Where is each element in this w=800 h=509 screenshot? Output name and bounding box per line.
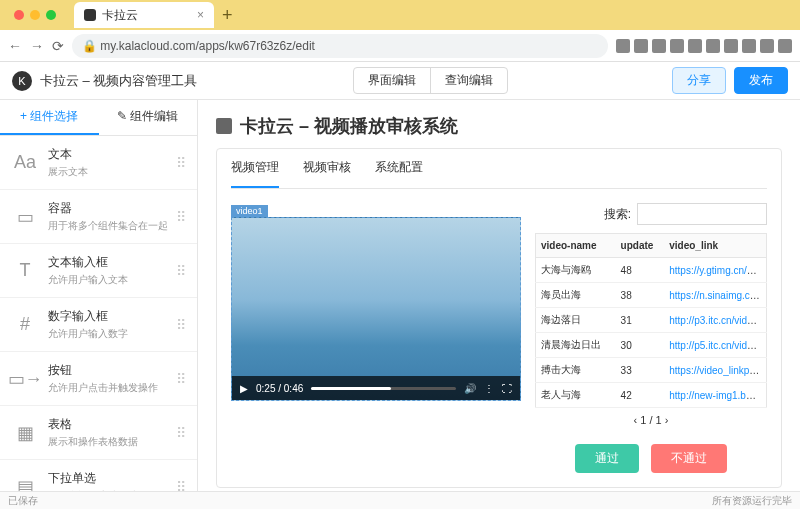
component-label[interactable]: video1: [231, 205, 268, 217]
component-desc: 允许用户输入文本: [48, 273, 176, 287]
extension-icon[interactable]: [634, 39, 648, 53]
volume-icon[interactable]: 🔊: [464, 383, 476, 394]
component-icon: #: [12, 312, 38, 338]
reload-icon[interactable]: ⟳: [52, 38, 64, 54]
url-text: my.kalacloud.com/apps/kw67r63z6z/edit: [100, 39, 315, 53]
table-row[interactable]: 老人与海 42 http://new-img1.bazaar.n...: [536, 383, 767, 408]
extension-icon[interactable]: [724, 39, 738, 53]
content-card: 视频管理 视频审核 系统配置 video1 ▶ 0:25 / 0:46 🔊 ⋮ …: [216, 148, 782, 488]
close-tab-icon[interactable]: ×: [197, 8, 204, 22]
menu-icon[interactable]: ⋮: [484, 383, 494, 394]
tab-title: 卡拉云: [102, 7, 138, 24]
extension-icon[interactable]: [760, 39, 774, 53]
component-icon: ▭→: [12, 366, 38, 392]
cell-name: 清晨海边日出: [536, 333, 616, 358]
col-link[interactable]: video_link: [664, 234, 766, 258]
drag-handle-icon[interactable]: ⠿: [176, 317, 185, 333]
component-desc: 允许用户输入数字: [48, 327, 176, 341]
extension-icon[interactable]: [652, 39, 666, 53]
tab-bar: 卡拉云 × +: [0, 0, 800, 30]
drag-handle-icon[interactable]: ⠿: [176, 479, 185, 492]
video-link[interactable]: https://n.sinaimg.cn/sina...: [669, 290, 766, 301]
layout: + 组件选择 ✎ 组件编辑 Aa 文本 展示文本 ⠿▭ 容器 用于将多个组件集合…: [0, 100, 800, 491]
extension-icon[interactable]: [616, 39, 630, 53]
search-label: 搜索:: [604, 206, 631, 223]
progress-bar[interactable]: [311, 387, 456, 390]
col-update[interactable]: update: [616, 234, 665, 258]
component-item[interactable]: T 文本输入框 允许用户输入文本 ⠿: [0, 244, 197, 298]
component-item[interactable]: ▤ 下拉单选 用于允许用户选择选项 ⠿: [0, 460, 197, 491]
video-link[interactable]: https://video_linkpphclou...: [669, 365, 766, 376]
logo-icon: K: [12, 71, 32, 91]
pagination[interactable]: ‹ 1 / 1 ›: [535, 408, 767, 432]
cell-link: https://n.sinaimg.cn/sina...: [664, 283, 766, 308]
extension-icon[interactable]: [706, 39, 720, 53]
component-item[interactable]: Aa 文本 展示文本 ⠿: [0, 136, 197, 190]
component-item[interactable]: ▦ 表格 展示和操作表格数据 ⠿: [0, 406, 197, 460]
extension-icon[interactable]: [778, 39, 792, 53]
cell-update: 38: [616, 283, 665, 308]
share-button[interactable]: 分享: [672, 67, 726, 94]
col-name[interactable]: video-name: [536, 234, 616, 258]
video-link[interactable]: http://new-img1.bazaar.n...: [669, 390, 766, 401]
status-bar: 已保存 所有资源运行完毕: [0, 491, 800, 509]
content-tabs: 视频管理 视频审核 系统配置: [231, 149, 767, 189]
cell-link: https://y.gtimg.cn/music...: [664, 258, 766, 283]
table-row[interactable]: 搏击大海 33 https://video_linkpphclou...: [536, 358, 767, 383]
component-item[interactable]: ▭→ 按钮 允许用户点击并触发操作 ⠿: [0, 352, 197, 406]
seg-ui-edit[interactable]: 界面编辑: [354, 68, 431, 93]
video-table: video-name update video_link 大海与海鸥 48 ht…: [535, 233, 767, 408]
maximize-window-icon[interactable]: [46, 10, 56, 20]
extension-icon[interactable]: [742, 39, 756, 53]
seg-query-edit[interactable]: 查询编辑: [431, 68, 507, 93]
table-row[interactable]: 大海与海鸥 48 https://y.gtimg.cn/music...: [536, 258, 767, 283]
fullscreen-icon[interactable]: ⛶: [502, 383, 512, 394]
search-input[interactable]: [637, 203, 767, 225]
drag-handle-icon[interactable]: ⠿: [176, 425, 185, 441]
component-desc: 用于允许用户选择选项: [48, 489, 176, 491]
approve-button[interactable]: 通过: [575, 444, 639, 473]
tab-component-select[interactable]: + 组件选择: [0, 100, 99, 135]
back-icon[interactable]: ←: [8, 38, 22, 54]
component-title: 文本: [48, 146, 176, 163]
browser-tab[interactable]: 卡拉云 ×: [74, 2, 214, 28]
cell-name: 大海与海鸥: [536, 258, 616, 283]
cell-name: 海边落日: [536, 308, 616, 333]
tab-system-config[interactable]: 系统配置: [375, 149, 423, 188]
drag-handle-icon[interactable]: ⠿: [176, 371, 185, 387]
tab-video-manage[interactable]: 视频管理: [231, 149, 279, 188]
cell-name: 海员出海: [536, 283, 616, 308]
table-row[interactable]: 海边落日 31 http://p3.itc.cn/video_lin...: [536, 308, 767, 333]
new-tab-button[interactable]: +: [222, 5, 233, 26]
table-row[interactable]: 海员出海 38 https://n.sinaimg.cn/sina...: [536, 283, 767, 308]
tab-video-review[interactable]: 视频审核: [303, 149, 351, 188]
url-input[interactable]: 🔒 my.kalacloud.com/apps/kw67r63z6z/edit: [72, 34, 608, 58]
video-link[interactable]: http://p5.itc.cn/video_lin...: [669, 340, 766, 351]
component-desc: 用于将多个组件集合在一起: [48, 219, 176, 233]
cell-update: 48: [616, 258, 665, 283]
forward-icon[interactable]: →: [30, 38, 44, 54]
video-link[interactable]: http://p3.itc.cn/video_lin...: [669, 315, 766, 326]
reject-button[interactable]: 不通过: [651, 444, 727, 473]
component-title: 数字输入框: [48, 308, 176, 325]
play-icon[interactable]: ▶: [240, 383, 248, 394]
window-controls[interactable]: [8, 10, 62, 20]
table-row[interactable]: 清晨海边日出 30 http://p5.itc.cn/video_lin...: [536, 333, 767, 358]
drag-handle-icon[interactable]: ⠿: [176, 155, 185, 171]
publish-button[interactable]: 发布: [734, 67, 788, 94]
minimize-window-icon[interactable]: [30, 10, 40, 20]
component-item[interactable]: # 数字输入框 允许用户输入数字 ⠿: [0, 298, 197, 352]
component-item[interactable]: ▭ 容器 用于将多个组件集合在一起 ⠿: [0, 190, 197, 244]
sidebar: + 组件选择 ✎ 组件编辑 Aa 文本 展示文本 ⠿▭ 容器 用于将多个组件集合…: [0, 100, 198, 491]
app-header: K 卡拉云 – 视频内容管理工具 界面编辑 查询编辑 分享 发布: [0, 62, 800, 100]
drag-handle-icon[interactable]: ⠿: [176, 209, 185, 225]
video-player[interactable]: ▶ 0:25 / 0:46 🔊 ⋮ ⛶: [231, 217, 521, 401]
close-window-icon[interactable]: [14, 10, 24, 20]
video-link[interactable]: https://y.gtimg.cn/music...: [669, 265, 766, 276]
extension-icon[interactable]: [670, 39, 684, 53]
tab-component-edit[interactable]: ✎ 组件编辑: [99, 100, 198, 135]
app-title: 卡拉云 – 视频内容管理工具: [40, 72, 197, 90]
drag-handle-icon[interactable]: ⠿: [176, 263, 185, 279]
extension-icon[interactable]: [688, 39, 702, 53]
component-desc: 展示和操作表格数据: [48, 435, 176, 449]
